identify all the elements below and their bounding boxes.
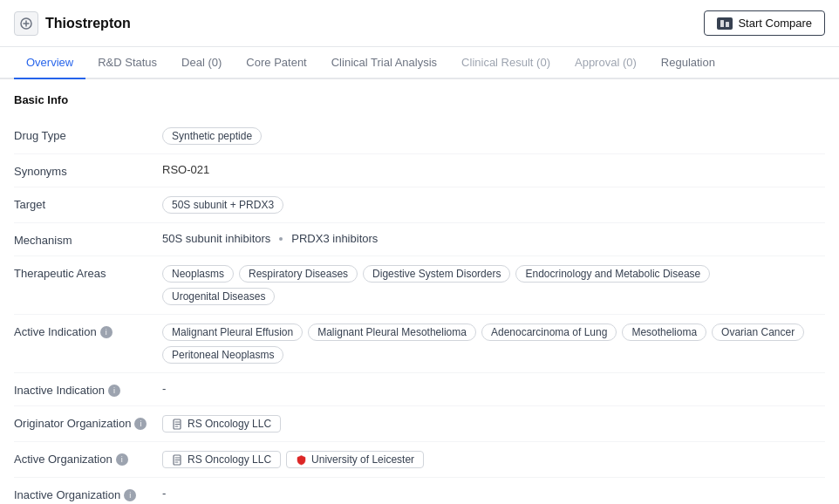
target-row: Target 50S subunit + PRDX3	[14, 187, 825, 223]
basic-info-title: Basic Info	[14, 93, 825, 106]
mechanism-label: Mechanism	[14, 232, 162, 247]
drug-title: Thiostrepton	[45, 16, 131, 31]
tab-clinical-result: Clinical Result (0)	[449, 47, 563, 79]
therapeutic-chip-digestive: Digestive System Disorders	[363, 265, 510, 283]
active-org-chip-leicester[interactable]: University of Leicester	[286, 451, 424, 468]
tab-clinical-trial[interactable]: Clinical Trial Analysis	[319, 47, 449, 79]
inactive-org-label: Inactive Organization i	[14, 487, 162, 501]
tab-deal[interactable]: Deal (0)	[169, 47, 234, 79]
tab-approval: Approval (0)	[563, 47, 649, 79]
originator-chip-rs-oncology[interactable]: RS Oncology LLC	[162, 415, 281, 432]
synonyms-label: Synonyms	[14, 163, 162, 178]
tab-regulation[interactable]: Regulation	[649, 47, 727, 79]
therapeutic-chip-respiratory: Respiratory Diseases	[239, 265, 358, 283]
drug-logo-icon	[14, 11, 38, 36]
indication-chip-pleural-meso: Malignant Pleural Mesothelioma	[308, 324, 476, 341]
active-org-chip-rs-oncology[interactable]: RS Oncology LLC	[162, 451, 281, 468]
shield-icon	[296, 454, 307, 466]
active-indication-row: Active Indication i Malignant Pleural Ef…	[14, 315, 825, 373]
active-org-info-icon[interactable]: i	[116, 453, 128, 466]
svg-rect-2	[726, 22, 729, 27]
tab-overview[interactable]: Overview	[14, 47, 85, 79]
inactive-indication-info-icon[interactable]: i	[108, 385, 120, 397]
indication-chip-pleural-effusion: Malignant Pleural Effusion	[162, 324, 303, 341]
synonyms-row: Synonyms RSO-021	[14, 154, 825, 187]
mechanism-value: 50S subunit inhibitors PRDX3 inhibitors	[162, 232, 825, 245]
active-org-row: Active Organization i RS Oncology LLC Un…	[14, 442, 825, 478]
inactive-org-info-icon[interactable]: i	[124, 489, 136, 501]
header-left: Thiostrepton	[14, 11, 131, 36]
inactive-org-value: -	[162, 487, 825, 500]
mechanism-text-2: PRDX3 inhibitors	[291, 232, 378, 245]
synonyms-value: RSO-021	[162, 163, 825, 176]
tab-core-patent[interactable]: Core Patent	[234, 47, 318, 79]
inactive-org-row: Inactive Organization i -	[14, 478, 825, 504]
inactive-indication-value: -	[162, 382, 825, 395]
active-indication-value: Malignant Pleural Effusion Malignant Ple…	[162, 324, 825, 364]
inactive-org-dash: -	[162, 487, 166, 500]
compare-icon	[717, 17, 733, 30]
therapeutic-areas-value: Neoplasms Respiratory Diseases Digestive…	[162, 265, 825, 305]
doc-icon	[172, 419, 183, 430]
target-value: 50S subunit + PRDX3	[162, 196, 825, 214]
inactive-indication-label: Inactive Indication i	[14, 382, 162, 397]
active-org-label: Active Organization i	[14, 451, 162, 466]
tab-rd-status[interactable]: R&D Status	[85, 47, 169, 79]
mechanism-separator	[279, 237, 283, 241]
active-org-value: RS Oncology LLC University of Leicester	[162, 451, 825, 468]
therapeutic-areas-label: Therapeutic Areas	[14, 265, 162, 280]
therapeutic-chip-urogenital: Urogenital Diseases	[162, 288, 275, 305]
inactive-indication-row: Inactive Indication i -	[14, 373, 825, 406]
originator-org-value: RS Oncology LLC	[162, 415, 825, 432]
svg-rect-1	[720, 20, 724, 27]
active-indication-info-icon[interactable]: i	[100, 326, 113, 338]
mechanism-text-1: 50S subunit inhibitors	[162, 232, 270, 245]
drug-type-value: Synthetic peptide	[162, 127, 825, 145]
nav-tabs: Overview R&D Status Deal (0) Core Patent…	[0, 47, 839, 79]
start-compare-label: Start Compare	[738, 17, 812, 30]
synonyms-text: RSO-021	[162, 163, 209, 176]
therapeutic-chip-neoplasms: Neoplasms	[162, 265, 234, 283]
header: Thiostrepton Start Compare	[0, 0, 839, 47]
drug-type-row: Drug Type Synthetic peptide	[14, 119, 825, 154]
inactive-indication-dash: -	[162, 382, 166, 395]
drug-type-chip: Synthetic peptide	[162, 127, 262, 145]
indication-chip-peritoneal: Peritoneal Neoplasms	[162, 346, 283, 364]
originator-org-label: Originator Organization i	[14, 415, 162, 430]
originator-org-row: Originator Organization i RS Oncology LL…	[14, 406, 825, 442]
target-chip: 50S subunit + PRDX3	[162, 196, 283, 214]
main-content: Basic Info Drug Type Synthetic peptide S…	[0, 79, 839, 504]
therapeutic-areas-row: Therapeutic Areas Neoplasms Respiratory …	[14, 256, 825, 315]
mechanism-row: Mechanism 50S subunit inhibitors PRDX3 i…	[14, 223, 825, 256]
drug-type-label: Drug Type	[14, 127, 162, 142]
indication-chip-ovarian: Ovarian Cancer	[712, 324, 804, 341]
indication-chip-mesothelioma: Mesothelioma	[622, 324, 706, 341]
indication-chip-adenocarcinoma: Adenocarcinoma of Lung	[481, 324, 617, 341]
target-label: Target	[14, 196, 162, 211]
therapeutic-chip-endocrinology: Endocrinology and Metabolic Disease	[515, 265, 710, 283]
doc-icon-2	[172, 454, 183, 466]
originator-org-info-icon[interactable]: i	[134, 418, 147, 430]
active-indication-label: Active Indication i	[14, 324, 162, 338]
start-compare-button[interactable]: Start Compare	[704, 10, 825, 36]
